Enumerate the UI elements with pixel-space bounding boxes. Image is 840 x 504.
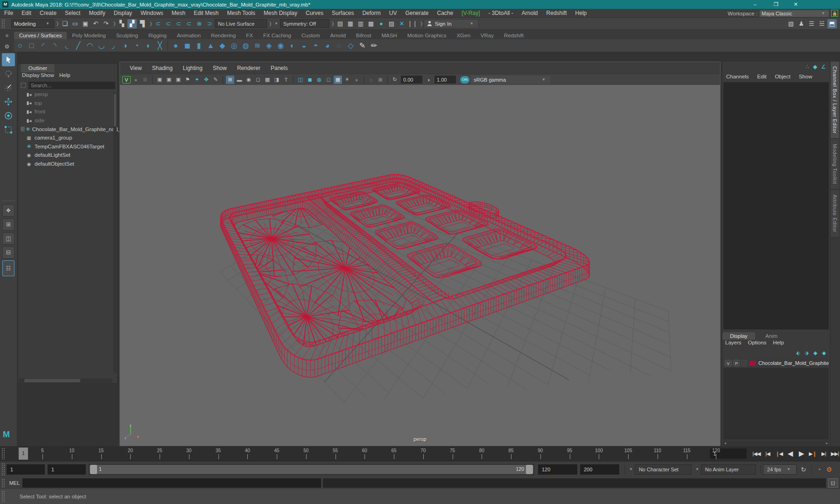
shelf-tab-custom[interactable]: Custom xyxy=(296,32,325,39)
menu-mesh[interactable]: Mesh xyxy=(168,10,189,16)
paint-select-tool[interactable] xyxy=(2,81,15,94)
safe-action-icon[interactable]: ◨ xyxy=(273,76,281,84)
layer-playback-toggle[interactable]: P xyxy=(733,360,740,366)
side-tab-modeling-toolkit[interactable]: Modeling Toolkit xyxy=(831,139,839,190)
menu-mesh-tools[interactable]: Mesh Tools xyxy=(223,10,259,16)
toolbar-grip[interactable] xyxy=(1,19,5,28)
snap-grid-icon[interactable]: ⊂ xyxy=(154,19,163,28)
live-surface-field[interactable]: No Live Surface xyxy=(215,19,267,28)
shelf-tab-fx[interactable]: FX xyxy=(241,32,258,39)
mel-grip[interactable] xyxy=(1,478,5,488)
outliner-item-front[interactable]: ▮◂front xyxy=(18,107,117,116)
expand-icon[interactable]: + xyxy=(21,127,24,131)
move-layer-up-icon[interactable]: ⬖ xyxy=(796,350,800,356)
arc-2pt-icon[interactable]: ◡ xyxy=(96,40,107,51)
outliner-item-side[interactable]: ▮◂side xyxy=(18,116,117,125)
boundary-icon[interactable]: ◒ xyxy=(298,40,310,51)
step-forward-icon[interactable]: ▶❙ xyxy=(807,448,818,459)
play-back-icon[interactable]: ◀ xyxy=(785,448,795,459)
greasepencil-icon[interactable]: ✎ xyxy=(211,76,220,84)
layout-four-pane-button[interactable]: ⊞ xyxy=(2,218,14,231)
outliner-item-top[interactable]: ▮◂top xyxy=(18,99,117,108)
select-component-icon[interactable]: ▜ xyxy=(138,19,147,28)
menu-curves[interactable]: Curves xyxy=(301,10,328,16)
shelf-tab-rendering[interactable]: Rendering xyxy=(206,32,241,39)
shelf-tab-rigging[interactable]: Rigging xyxy=(143,32,172,39)
layout-single-pane-button[interactable]: ❖ xyxy=(2,204,14,217)
range-end-handle[interactable] xyxy=(526,465,533,474)
menu-generate[interactable]: Generate xyxy=(401,10,433,16)
channel-box-menu-edit[interactable]: Edit xyxy=(757,74,775,79)
ipr-render-icon[interactable]: ▥ xyxy=(356,19,365,28)
layer-menu-options[interactable]: Options xyxy=(748,340,773,348)
intersect-icon[interactable]: ◇ xyxy=(345,40,357,51)
vray-toggle-icon[interactable]: V xyxy=(122,76,131,84)
move-layer-down-icon[interactable]: ⬗ xyxy=(805,350,809,356)
layer-row[interactable]: V P Chocolate_Bar_Mold_Graphite xyxy=(723,358,829,368)
isolate-icon[interactable]: ◌ xyxy=(367,76,375,84)
pause-icon[interactable]: ❘❘ xyxy=(407,19,418,28)
outliner-menu-show[interactable]: Show xyxy=(41,72,59,81)
workspace-cube-icon[interactable]: ▧ xyxy=(786,19,796,28)
nurbs-cube-icon[interactable]: ◼ xyxy=(182,40,193,51)
close-button[interactable]: ✕ xyxy=(789,0,803,9)
anim-prefs-icon[interactable]: ⚙ xyxy=(824,466,834,473)
loft-icon[interactable]: ≋ xyxy=(252,40,263,51)
empty-layer-icon[interactable]: ◆ xyxy=(813,350,817,356)
menu-set-select[interactable]: Modeling▼ xyxy=(11,19,54,28)
anim-end-field[interactable]: 200 xyxy=(580,464,619,475)
menu-cache[interactable]: Cache xyxy=(433,10,457,16)
workspace-layers-icon[interactable]: ⬒ xyxy=(827,19,837,28)
anim-layer-select[interactable]: No Anim Layer xyxy=(701,464,756,475)
viewport-menu-shading[interactable]: Shading xyxy=(147,65,178,71)
menu-file[interactable]: File xyxy=(0,10,17,16)
minimize-button[interactable]: – xyxy=(748,0,762,9)
resolution-gate-icon[interactable]: ◉ xyxy=(245,76,253,84)
make-live-icon[interactable]: ⊃ xyxy=(205,19,214,28)
shelf-tab-sculpting[interactable]: Sculpting xyxy=(111,32,143,39)
stitch-icon[interactable]: ✎ xyxy=(357,40,368,51)
extrude-icon[interactable]: ◉ xyxy=(275,40,287,51)
nurbs-circle-icon[interactable]: ○ xyxy=(14,40,26,51)
viewport-menu-renderer[interactable]: Renderer xyxy=(232,65,266,71)
paint-effects-icon[interactable]: ✕ xyxy=(397,19,406,28)
use-lights-icon[interactable]: ◻ xyxy=(324,76,333,84)
outliner-vscrollbar[interactable] xyxy=(113,93,117,373)
menu-redshift[interactable]: Redshift xyxy=(542,10,571,16)
render-settings-icon[interactable]: ▩ xyxy=(366,19,376,28)
color-management-toggle[interactable]: ON xyxy=(460,76,469,84)
prev-key-icon[interactable]: |◀ xyxy=(763,448,773,459)
menu-deform[interactable]: Deform xyxy=(358,10,385,16)
maya-ui-toggle-icon[interactable]: M xyxy=(3,430,10,440)
workspace-list2-icon[interactable]: ☱ xyxy=(817,19,826,28)
menu-edit-mesh[interactable]: Edit Mesh xyxy=(189,10,223,16)
range-slider[interactable]: 1 120 xyxy=(89,464,534,475)
project-curve-icon[interactable]: ◓ xyxy=(310,40,322,51)
channel-box-menu-channels[interactable]: Channels xyxy=(726,74,757,79)
gamma-field[interactable]: 1.00 xyxy=(434,76,456,84)
wireframe-icon[interactable]: ◫ xyxy=(296,76,305,84)
menu-uv[interactable]: UV xyxy=(385,10,401,16)
loop-icon[interactable]: ↻ xyxy=(798,466,809,473)
anim-start-field[interactable]: 1 xyxy=(7,464,45,475)
xray-icon[interactable]: ▣ xyxy=(376,76,385,84)
cut-curve-icon[interactable]: ╳ xyxy=(154,40,166,51)
nurbs-square-icon[interactable]: □ xyxy=(26,40,37,51)
character-set-select[interactable]: No Character Set xyxy=(635,464,692,475)
outliner-item-camera1_group[interactable]: ▦camera1_group xyxy=(18,133,117,142)
new-file-icon[interactable]: ❏ xyxy=(60,19,70,28)
film-gate-icon[interactable]: ▬ xyxy=(235,76,244,84)
field-chart-icon[interactable]: ▩ xyxy=(263,76,272,84)
lock-camera-icon[interactable]: ▣ xyxy=(165,76,173,84)
axis-icon[interactable]: ∴ xyxy=(805,63,809,70)
rotate-tool[interactable] xyxy=(2,109,15,122)
arc-3pt-icon[interactable]: ◠ xyxy=(84,40,96,51)
revolve-icon[interactable]: ◍ xyxy=(240,40,252,51)
script-editor-icon[interactable]: {;} xyxy=(828,478,838,488)
timeline-ruler[interactable]: 1 51015202530354045505560657075808590951… xyxy=(7,447,706,460)
outliner-search-input[interactable]: Search... xyxy=(28,82,115,89)
pencil-curve-icon[interactable]: ╱ xyxy=(72,40,84,51)
outliner-menu-display[interactable]: Display xyxy=(22,72,41,81)
shadows-icon[interactable]: ● xyxy=(352,76,361,84)
snap-curve-icon[interactable]: ⊂ xyxy=(164,19,173,28)
